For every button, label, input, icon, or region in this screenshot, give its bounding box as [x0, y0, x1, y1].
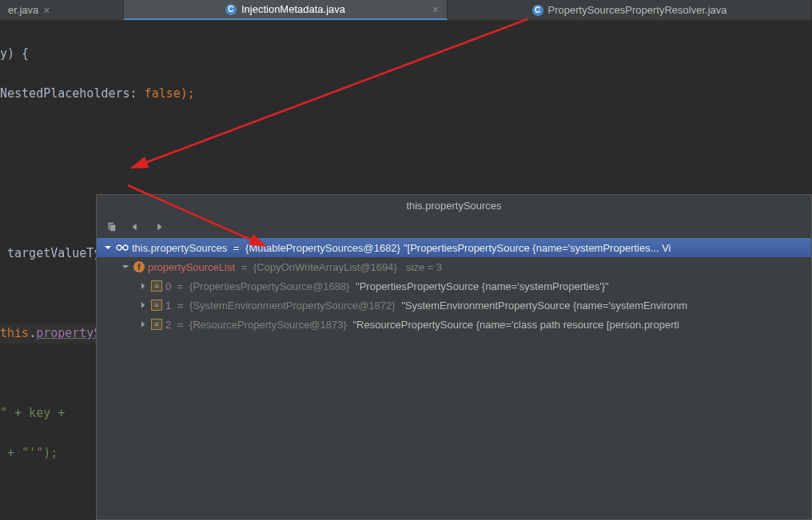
popup-title: this.propertySources — [97, 195, 811, 216]
type-ref: {MutablePropertySources@1682} — [245, 242, 400, 254]
editor-tab[interactable]: er.java × — [0, 0, 124, 20]
chevron-down-icon[interactable] — [103, 243, 113, 252]
svg-point-0 — [117, 245, 121, 250]
tree-node-item[interactable]: ≡ 2 = {ResourcePropertySource@1873} "Res… — [97, 315, 811, 334]
code-text: " + key + — [0, 406, 72, 420]
tab-label: PropertySourcesPropertyResolver.java — [548, 4, 727, 16]
chevron-right-icon[interactable] — [138, 300, 148, 310]
type-ref: {ResourcePropertySource@1873} — [189, 319, 347, 331]
chevron-down-icon[interactable] — [121, 262, 130, 272]
tab-label: er.java — [8, 4, 38, 16]
java-class-icon: C — [532, 5, 543, 16]
type-ref: {CopyOnWriteArrayList@1694} — [253, 261, 397, 273]
var-index: 0 — [165, 280, 171, 292]
value-tail: "[PropertiesPropertySource {name='system… — [404, 242, 671, 254]
svg-point-1 — [123, 245, 128, 250]
equals: = — [174, 300, 186, 312]
editor-tab[interactable]: C PropertySourcesPropertyResolver.java — [448, 0, 812, 20]
tree-node-item[interactable]: ≡ 0 = {PropertiesPropertySource@1688} "P… — [97, 276, 811, 296]
var-name: this.propertySources — [132, 242, 227, 254]
tree-node-item[interactable]: ≡ 1 = {SystemEnvironmentPropertySource@1… — [97, 296, 811, 315]
value: "ResourcePropertySource {name='class pat… — [350, 319, 679, 331]
forward-icon[interactable] — [151, 219, 167, 235]
value: "PropertiesPropertySource {name='systemP… — [352, 280, 608, 292]
chevron-right-icon[interactable] — [138, 320, 148, 329]
popup-toolbar — [97, 216, 811, 238]
field-icon: f — [133, 261, 145, 272]
equals: = — [174, 280, 186, 292]
size: size = 3 — [400, 261, 442, 273]
code-text: this — [0, 326, 29, 340]
variables-tree[interactable]: this.propertySources = {MutablePropertyS… — [97, 238, 811, 519]
code-text: y) { — [0, 46, 29, 61]
tree-node-root[interactable]: this.propertySources = {MutablePropertyS… — [97, 238, 811, 257]
array-element-icon: ≡ — [151, 280, 162, 292]
editor-tab-bar: er.java × C InjectionMetadata.java × C P… — [0, 0, 812, 21]
evaluate-expression-popup: this.propertySources this.propertySource… — [96, 194, 812, 520]
chevron-right-icon[interactable] — [138, 281, 148, 291]
array-element-icon: ≡ — [151, 319, 162, 330]
code-text: + "'"); — [0, 446, 58, 460]
close-icon[interactable]: × — [432, 4, 439, 15]
back-icon[interactable] — [127, 219, 143, 235]
code-text: . — [29, 326, 36, 340]
watch-icon — [116, 244, 129, 252]
code-text: false); — [137, 86, 195, 101]
type-ref: {PropertiesPropertySource@1688} — [189, 280, 349, 292]
array-element-icon: ≡ — [151, 300, 162, 311]
tab-label: InjectionMetadata.java — [241, 3, 345, 15]
type-ref: {SystemEnvironmentPropertySource@1872} — [189, 300, 395, 312]
equals: = — [174, 319, 186, 331]
code-text: NestedPlaceholders: — [0, 86, 137, 101]
equals: = — [238, 261, 250, 273]
tree-node-list[interactable]: f propertySourceList = {CopyOnWriteArray… — [97, 257, 811, 276]
value: "SystemEnvironmentPropertySource {name='… — [399, 300, 688, 312]
copy-icon[interactable] — [103, 219, 119, 235]
equals: = — [230, 242, 242, 254]
var-index: 2 — [165, 319, 171, 331]
close-icon[interactable]: × — [43, 5, 50, 16]
var-name: propertySourceList — [148, 261, 235, 273]
var-index: 1 — [165, 300, 171, 312]
editor-tab[interactable]: C InjectionMetadata.java × — [124, 0, 448, 20]
java-class-icon: C — [225, 4, 237, 15]
